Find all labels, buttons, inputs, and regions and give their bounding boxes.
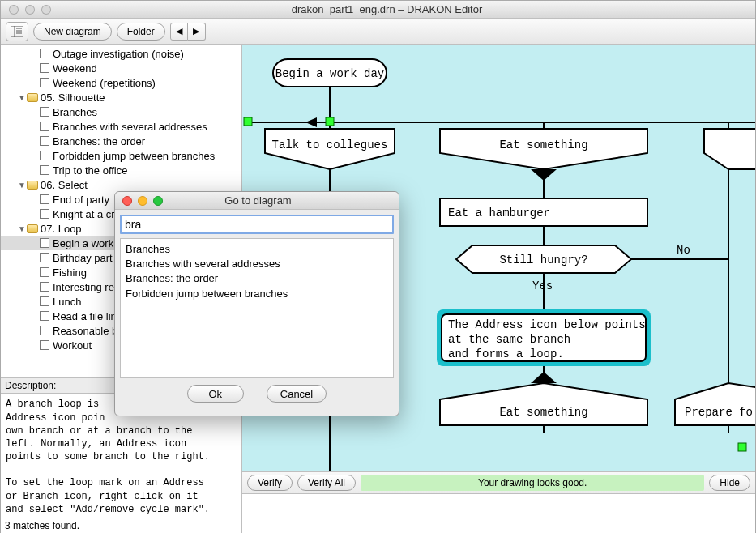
goto-diagram-dialog: Go to diagram BranchesBranches with seve… [114,191,399,416]
window-zoom-icon[interactable] [41,5,51,15]
document-icon [40,165,49,175]
svg-marker-21 [440,383,647,425]
goto-result-item[interactable]: Branches [126,242,388,257]
tree-item[interactable]: Branches: the order [1,134,241,148]
tree-item[interactable]: Weekend [1,61,241,75]
document-icon [40,107,49,117]
document-icon [40,122,49,131]
label-no: No [677,244,690,257]
tree-item-label: Lunch [53,296,81,308]
dialog-title: Go to diagram [163,194,399,207]
dialog-zoom-icon[interactable] [153,196,163,206]
verify-bar: Verify Verify All Your drawing looks goo… [242,471,755,494]
svg-rect-24 [244,117,252,126]
shape-eat2: Eat something [499,406,587,419]
tree-item-label: Outage investigation (noise) [53,48,184,60]
svg-marker-22 [531,372,557,383]
tree-item-label: Knight at a cr [53,208,115,220]
window-minimize-icon[interactable] [25,5,35,15]
toolbar: New diagram Folder ◀ ▶ [1,19,755,45]
verify-button[interactable]: Verify [247,475,293,491]
folder-icon [27,93,38,102]
dialog-minimize-icon[interactable] [138,196,147,206]
goto-result-item[interactable]: Branches with several addresses [126,257,388,271]
tree-item[interactable]: Branches with several addresses [1,119,241,134]
folder-button[interactable]: Folder [117,23,165,41]
log-area[interactable] [242,494,755,533]
tree-item-label: Begin a work [53,237,113,249]
toggle-sidebar-icon[interactable] [6,22,28,41]
nav-forward-button[interactable]: ▶ [188,23,206,41]
document-icon [40,296,49,306]
document-icon [40,238,49,248]
tree-item-label: End of party [53,194,109,206]
tree-item-label: Birthday part [53,252,113,264]
tree-item-label: Fishing [53,266,87,279]
svg-marker-23 [675,383,755,425]
document-icon [40,194,49,204]
shape-hungry: Still hungry? [499,254,587,266]
tree-item[interactable]: Trip to the office [1,163,241,177]
document-icon [40,253,49,262]
new-diagram-button[interactable]: New diagram [33,23,112,41]
tree-item-label: 06. Select [41,179,88,191]
goto-result-item[interactable]: Forbidden jump between branches [126,287,388,301]
document-icon [40,78,49,87]
svg-rect-26 [738,443,746,451]
tree-folder[interactable]: ▼06. Select [1,177,241,192]
tree-item-label: Read a file lin [53,310,117,322]
document-icon [40,63,49,73]
tree-item-label: Interesting re [53,281,114,293]
label-yes: Yes [532,279,553,292]
tree-item-label: Weekend [53,62,97,75]
dialog-titlebar[interactable]: Go to diagram [115,192,399,210]
hide-button[interactable]: Hide [709,475,750,491]
tree-item-label: 07. Loop [41,223,82,235]
document-icon [40,151,49,160]
verify-all-button[interactable]: Verify All [297,475,356,491]
note-l3: and forms a loop. [448,348,564,360]
shape-begin: Begin a work day [275,67,384,80]
dialog-ok-button[interactable]: Ok [187,385,244,403]
document-icon [40,311,49,321]
status-bar: 3 matches found. [1,518,241,533]
tree-folder[interactable]: ▼05. Silhouette [1,90,241,104]
folder-icon [27,224,38,233]
app-window: drakon_part1_eng.drn – DRAKON Editor New… [0,0,756,533]
document-icon [40,267,49,277]
dialog-close-icon[interactable] [122,196,132,206]
document-icon [40,326,49,335]
document-icon [40,282,49,292]
document-icon [40,209,49,219]
goto-result-item[interactable]: Branches: the order [126,271,388,286]
tree-item[interactable]: Weekend (repetitions) [1,75,241,90]
tree-item-label: Forbidden jump between branches [53,150,215,162]
svg-marker-14 [531,169,557,181]
document-icon [40,340,49,350]
shape-talk: Talk to collegues [272,139,388,151]
svg-marker-15 [704,129,755,169]
tree-item[interactable]: Forbidden jump between branches [1,148,241,163]
shape-prepare: Prepare fo [685,406,753,419]
titlebar[interactable]: drakon_part1_eng.drn – DRAKON Editor [1,1,755,19]
tree-item-label: Workout [53,339,92,352]
nav-back-button[interactable]: ◀ [170,23,188,41]
svg-rect-0 [11,26,23,37]
svg-marker-6 [305,117,317,127]
verify-message: Your drawing looks good. [361,475,704,491]
tree-item[interactable]: Branches [1,104,241,119]
goto-search-input[interactable] [120,215,394,234]
tree-item-label: Branches: the order [53,135,145,147]
tree-item[interactable]: Outage investigation (noise) [1,46,241,61]
dialog-cancel-button[interactable]: Cancel [267,385,327,403]
goto-results-list[interactable]: BranchesBranches with several addressesB… [120,238,394,378]
tree-item-label: Trip to the office [53,164,128,177]
document-icon [40,49,49,58]
tree-item-label: Reasonable b [53,325,117,337]
window-close-icon[interactable] [9,5,19,15]
tree-item-label: 05. Silhouette [41,92,105,104]
shape-hamburger: Eat a hamburger [448,207,550,220]
svg-rect-25 [326,117,334,126]
window-title: drakon_part1_eng.drn – DRAKON Editor [51,3,755,15]
folder-icon [27,181,38,190]
